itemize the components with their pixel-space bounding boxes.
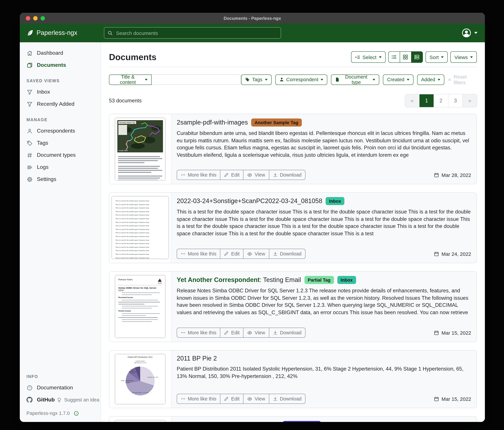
sidebar-item-settings[interactable]: Settings [20, 173, 101, 185]
tag-badge[interactable]: Partial Tag [304, 276, 334, 284]
app-brand[interactable]: Paperless-ngx [20, 29, 104, 37]
sidebar-item-label: Suggest an idea [64, 397, 99, 402]
pagination-page-2[interactable]: 2 [433, 94, 448, 107]
edit-button[interactable]: Edit [220, 394, 244, 404]
user-avatar[interactable] [461, 28, 471, 38]
created-filter-label: Created [387, 77, 404, 82]
correspondent-filter-button[interactable]: Correspondent [275, 74, 327, 85]
app-version: Paperless-ngx 1.7.0 [27, 411, 70, 416]
user-menu-caret-icon[interactable] [474, 32, 477, 34]
detail-view-button[interactable] [411, 51, 423, 63]
caret-down-icon [373, 79, 375, 80]
document-title[interactable]: Yet Another Correspondent: Testing Email [177, 276, 301, 284]
detail-view-icon [414, 54, 420, 60]
download-button[interactable]: Download [269, 249, 306, 259]
close-window-button[interactable] [26, 16, 30, 20]
app-header: Paperless-ngx [20, 24, 485, 42]
three-dots-icon [181, 396, 185, 401]
document-title[interactable]: 2011 BP Pie 2 [177, 355, 217, 362]
filter-text-input[interactable] [152, 74, 241, 85]
document-thumbnail[interactable]: This is a test for the double space char… [109, 193, 171, 263]
pagination-first-button[interactable]: « [405, 94, 419, 107]
sidebar-item-correspondents[interactable]: Correspondents [20, 125, 101, 137]
select-button[interactable]: Select [351, 51, 386, 63]
thumbnail-text-lines [115, 154, 165, 180]
map-image: Boundary Waters Trip Google Earth [117, 120, 163, 152]
view-button[interactable]: View [243, 394, 269, 404]
more-like-this-button[interactable]: More like this [177, 394, 220, 404]
added-filter-button[interactable]: Added [417, 74, 444, 85]
view-button[interactable]: View [243, 249, 269, 259]
simba-logo: Simba [158, 278, 162, 284]
list-view-icon [391, 54, 397, 60]
app-brand-label: Paperless-ngx [36, 29, 77, 37]
main-content: Documents Select [101, 42, 485, 422]
document-thumbnail[interactable]: French Country Bread [109, 417, 171, 422]
sidebar-item-suggest-idea[interactable]: Suggest an idea [57, 394, 99, 405]
tags-filter-button[interactable]: Tags [241, 74, 271, 85]
document-type-filter-button[interactable]: Document type [331, 74, 379, 85]
sidebar-item-documents[interactable]: Documents [20, 59, 101, 71]
document-thumbnail[interactable]: Patient BP Distribution 2011 Isolated Sy… [109, 350, 171, 408]
more-like-this-button[interactable]: More like this [177, 170, 220, 180]
document-title[interactable]: French Country Bread Revised.docx [177, 421, 279, 422]
sidebar-item-github[interactable]: GitHub [20, 394, 57, 406]
sidebar-item-tags[interactable]: Tags [20, 137, 101, 149]
reset-filters-button[interactable]: × Reset filters [448, 74, 477, 85]
edit-button[interactable]: Edit [220, 170, 244, 180]
edit-button[interactable]: Edit [220, 249, 244, 259]
document-card: This is a test for the double space char… [109, 192, 477, 263]
window-controls [26, 13, 45, 24]
pagination-last-button[interactable]: » [462, 94, 477, 107]
filter-field-button[interactable]: Title & content [109, 74, 152, 85]
download-button[interactable]: Download [269, 394, 306, 404]
select-icon [355, 55, 360, 60]
edit-button[interactable]: Edit [220, 328, 244, 338]
document-title[interactable]: 2022-03-24+Sonstige+ScanPC2022-03-24_081… [177, 197, 322, 205]
download-button[interactable]: Download [269, 170, 306, 180]
info-circle-icon[interactable]: i [74, 411, 79, 416]
more-like-this-button[interactable]: More like this [177, 328, 220, 338]
double-chevron-left-icon: « [411, 98, 414, 104]
release-notes-heading: Release Notes [118, 278, 133, 281]
sidebar-item-logs[interactable]: Logs [20, 161, 101, 173]
search-input[interactable] [115, 30, 277, 36]
tag-badge[interactable]: Another Sample Tag [251, 119, 302, 127]
three-dots-icon [181, 173, 185, 177]
document-card: French Country Bread French Country Brea… [109, 416, 477, 422]
document-thumbnail[interactable]: Release Notes Simba Simba ODBC Driver fo… [109, 271, 171, 342]
filter-funnel-icon [27, 89, 33, 95]
pie-label: Normal, 150, 30% [144, 377, 162, 378]
document-title[interactable]: 2sample-pdf-with-images [177, 119, 248, 126]
eye-icon [247, 251, 252, 256]
document-correspondent-link[interactable]: Yet Another Correspondent [177, 276, 260, 283]
caret-down-icon [438, 79, 440, 80]
sidebar-item-documentation[interactable]: ? Documentation [20, 382, 101, 394]
sort-button[interactable]: Sort [425, 51, 448, 63]
tag-badge[interactable]: Inbox [326, 197, 344, 205]
sidebar-item-document-types[interactable]: Document types [20, 149, 101, 161]
sidebar-item-recently-added[interactable]: Recently Added [20, 98, 101, 110]
pie-label: Stage 1 Hypertension, 65, 13% [119, 380, 135, 383]
pagination-page-1[interactable]: 1 [419, 94, 433, 107]
documents-icon [27, 62, 33, 68]
sidebar-section-info: INFO [20, 374, 101, 382]
document-count: 53 documents [109, 98, 142, 104]
views-button[interactable]: Views [450, 51, 477, 63]
tag-badge[interactable]: Inbox [337, 276, 356, 284]
view-button[interactable]: View [243, 328, 269, 338]
minimize-window-button[interactable] [33, 16, 37, 20]
view-button[interactable]: View [243, 170, 269, 180]
person-fill-icon [279, 77, 284, 82]
grid-view-button[interactable] [400, 51, 411, 63]
more-like-this-button[interactable]: More like this [177, 249, 220, 259]
tag-badge[interactable]: TagWithPartial [283, 421, 321, 422]
document-thumbnail[interactable]: Boundary Waters Trip Google Earth [109, 114, 171, 184]
maximize-window-button[interactable] [41, 16, 45, 20]
pagination-page-3[interactable]: 3 [448, 94, 462, 107]
list-view-button[interactable] [388, 51, 400, 63]
created-filter-button[interactable]: Created [383, 74, 413, 85]
sidebar-item-inbox[interactable]: Inbox [20, 86, 101, 98]
download-button[interactable]: Download [269, 328, 306, 338]
sidebar-item-dashboard[interactable]: Dashboard [20, 47, 101, 59]
